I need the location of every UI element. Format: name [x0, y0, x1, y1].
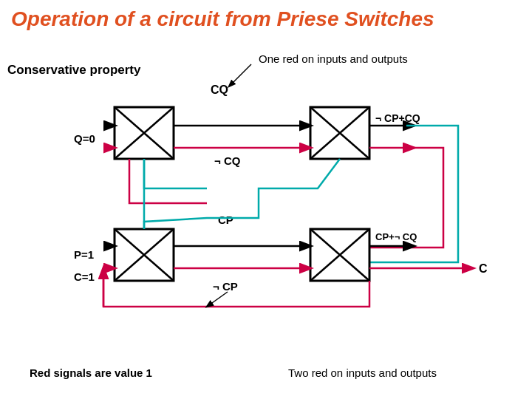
- q0-label: Q=0: [74, 132, 95, 145]
- cp-plus-cq-label: ¬ CP+CQ: [375, 112, 420, 124]
- conservative-label: Conservative property: [7, 63, 141, 77]
- title: Operation of a circuit from Priese Switc…: [0, 0, 532, 35]
- one-red-label: One red on inputs and outputs: [259, 52, 408, 65]
- red-signals-label: Red signals are value 1: [30, 366, 152, 379]
- two-red-label: Two red on inputs and outputs: [288, 366, 437, 379]
- p1-label: P=1: [74, 248, 94, 261]
- svg-line-27: [207, 292, 228, 307]
- c-out-label: C: [479, 262, 488, 275]
- svg-line-0: [229, 64, 251, 86]
- cq-label: CQ: [211, 83, 228, 96]
- not-cq-label: ¬ CQ: [214, 154, 241, 167]
- cp-label: CP: [218, 214, 233, 226]
- c1-label: C=1: [74, 270, 95, 283]
- cp-plus-not-cq-label: CP+¬ CQ: [375, 231, 417, 242]
- not-cp-label: ¬ CP: [213, 280, 238, 293]
